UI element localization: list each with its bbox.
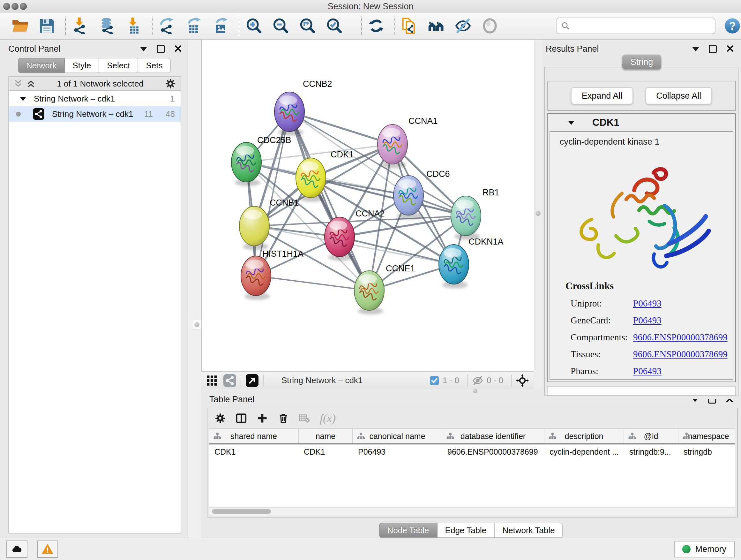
first-neighbors-button[interactable] (427, 16, 446, 36)
tab-network[interactable]: Network (18, 58, 65, 73)
column-header-namespace[interactable]: namespace (678, 429, 735, 443)
table-gear-icon[interactable] (214, 413, 226, 424)
entry-collapse-icon[interactable] (568, 121, 575, 125)
panel-float-icon[interactable] (157, 45, 165, 53)
tab-select[interactable]: Select (99, 58, 138, 73)
import-table-button[interactable] (125, 16, 143, 36)
eye-disabled-icon (482, 17, 498, 34)
table-cell[interactable]: CDK1 (299, 447, 353, 456)
open-session-button[interactable] (11, 16, 29, 36)
table-horizontal-scrollbar[interactable] (209, 507, 735, 516)
new-network-from-selection-button[interactable] (400, 16, 419, 36)
scrollbar-thumb[interactable] (212, 509, 271, 514)
panel-close-icon[interactable] (174, 45, 182, 54)
export-image-button[interactable] (211, 16, 230, 36)
network-node-CCNB1[interactable] (239, 206, 269, 250)
column-header-database-identifier[interactable]: database identifier (442, 429, 544, 443)
memory-button[interactable]: Memory (674, 541, 735, 557)
network-edge[interactable] (256, 276, 369, 291)
warnings-button[interactable] (37, 541, 58, 558)
network-node-CCNE1[interactable] (354, 271, 384, 314)
apply-layout-button[interactable] (367, 16, 386, 36)
window-close-circle[interactable] (3, 3, 10, 10)
search-input[interactable] (570, 21, 711, 31)
birds-eye-crosshair-icon[interactable] (516, 374, 529, 387)
network-edge[interactable] (289, 112, 369, 291)
network-canvas[interactable]: CCNB2CCNA1CDC25BCDK1CDC6RB1CCNB1CCNA2CDK… (202, 40, 535, 371)
grid-view-icon[interactable] (206, 375, 218, 386)
panel-menu-icon[interactable] (140, 47, 147, 51)
network-collection-row[interactable]: String Network – cdk1 1 (9, 91, 181, 106)
table-panel: Table Panel (201, 389, 741, 538)
search-field[interactable] (556, 17, 716, 34)
network-edge[interactable] (289, 112, 393, 144)
network-node-CCNB2[interactable] (274, 92, 305, 136)
network-node-CDKN1A[interactable] (439, 245, 469, 288)
help-button[interactable]: ? (724, 17, 741, 35)
column-header--id[interactable]: @id (624, 429, 678, 443)
vertical-splitter-right[interactable] (534, 40, 542, 399)
column-header-description[interactable]: description (544, 429, 624, 443)
network-edge[interactable] (340, 237, 454, 264)
hide-selected-button[interactable] (454, 16, 472, 36)
expand-all-icon[interactable] (26, 79, 36, 88)
column-header-canonical-name[interactable]: canonical name (353, 429, 442, 443)
crosslink-link[interactable]: 9606.ENSP00000378699 (633, 349, 728, 360)
panel-float-icon[interactable] (709, 45, 717, 53)
tab-sets[interactable]: Sets (138, 58, 171, 73)
table-row[interactable]: CDK1CDK1P064939606.ENSP00000378699cyclin… (209, 444, 735, 459)
network-node-HIST1H1A[interactable] (241, 256, 271, 300)
tab-network-table[interactable]: Network Table (495, 523, 563, 538)
table-cell[interactable]: P06493 (353, 447, 442, 456)
network-node-CDC25B[interactable] (231, 142, 261, 186)
zoom-selected-button[interactable] (325, 16, 343, 36)
horizontal-splitter-dot[interactable] (473, 389, 477, 393)
splitter-handle-dot[interactable] (194, 322, 199, 327)
table-cell[interactable]: CDK1 (209, 447, 299, 456)
tab-string[interactable]: String (622, 55, 662, 69)
delete-column-trash-icon[interactable] (278, 413, 289, 424)
window-minimize-circle[interactable] (11, 3, 18, 10)
crosslink-link[interactable]: 9606.ENSP00000378699 (633, 332, 728, 343)
save-session-button[interactable] (38, 16, 56, 36)
zoom-fit-button[interactable] (298, 16, 317, 36)
cloud-status-button[interactable] (6, 541, 27, 558)
tab-style[interactable]: Style (65, 58, 99, 73)
export-table-button[interactable] (185, 16, 203, 36)
selected-checkbox-icon[interactable] (429, 375, 440, 386)
zoom-in-button[interactable] (245, 16, 263, 36)
table-cell[interactable]: stringdb (678, 447, 735, 456)
column-header-name[interactable]: name (299, 429, 353, 443)
column-header-shared-name[interactable]: shared name (209, 429, 299, 443)
crosslink-link[interactable]: P06493 (633, 298, 662, 309)
crosslink-link[interactable]: P06493 (633, 315, 662, 326)
panel-menu-icon[interactable] (692, 47, 699, 51)
zoom-out-button[interactable] (271, 16, 290, 36)
collapse-all-icon[interactable] (13, 79, 23, 88)
collapse-all-button[interactable]: Collapse All (645, 87, 712, 105)
collection-expand-icon[interactable] (20, 97, 26, 101)
splitter-handle-dot[interactable] (536, 211, 541, 216)
network-view-icon-disabled[interactable] (223, 374, 236, 387)
expand-all-button[interactable]: Expand All (571, 87, 633, 105)
vertical-splitter-left[interactable] (188, 40, 202, 538)
add-column-icon[interactable] (257, 413, 268, 424)
window-zoom-circle[interactable] (20, 3, 27, 10)
tab-node-table[interactable]: Node Table (379, 523, 437, 538)
detach-view-icon[interactable] (246, 374, 259, 387)
cdk1-entry-header[interactable]: CDK1 (548, 114, 735, 131)
export-network-button[interactable] (158, 16, 176, 36)
table-cell[interactable]: stringdb:9... (624, 447, 678, 456)
table-cell[interactable]: cyclin-dependent ... (544, 447, 624, 456)
import-network-button[interactable] (71, 16, 89, 36)
gear-icon[interactable] (165, 78, 176, 89)
network-row-selected[interactable]: String Network – cdk1 11 48 (9, 106, 181, 122)
show-columns-icon[interactable] (235, 413, 247, 424)
tab-edge-table[interactable]: Edge Table (437, 523, 495, 538)
show-all-button-disabled[interactable] (481, 16, 499, 36)
network-node-RB1[interactable] (451, 196, 481, 240)
table-cell[interactable]: 9606.ENSP00000378699 (442, 447, 544, 456)
panel-close-icon[interactable] (726, 45, 734, 54)
crosslink-link[interactable]: P06493 (633, 366, 662, 376)
import-network-database-button[interactable] (98, 16, 116, 36)
